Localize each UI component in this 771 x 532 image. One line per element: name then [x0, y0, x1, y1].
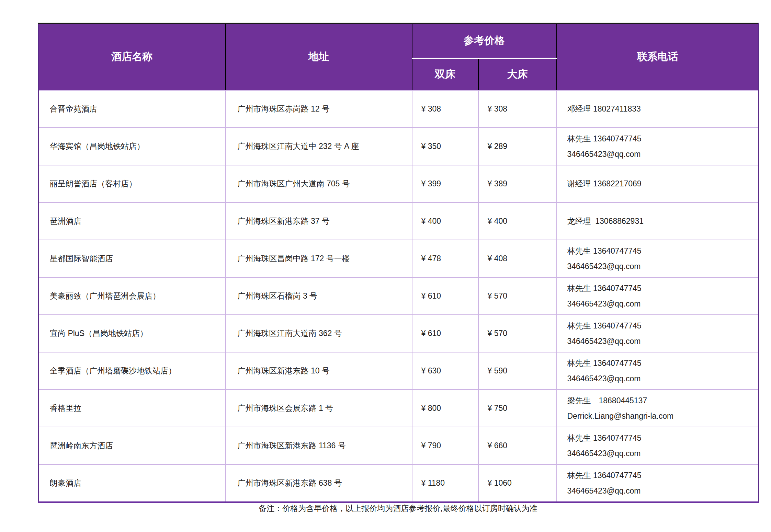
table-row: 合晋帝苑酒店 广州市海珠区赤岗路 12 号 ¥ 308 ¥ 308 邓经理 18… [38, 90, 759, 128]
contact-line: 林先生 13640747745 [567, 356, 755, 371]
twin-price-cell: ¥ 1180 [412, 464, 478, 502]
twin-price-cell: ¥ 350 [412, 128, 478, 165]
twin-price-cell: ¥ 630 [412, 352, 478, 390]
address-cell: 广州市海珠区新港东路 638 号 [226, 464, 412, 502]
contact-line: 谢经理 13682217069 [567, 176, 755, 192]
hotel-name-cell: 星都国际智能酒店 [38, 240, 226, 277]
contact-cell: 梁先生 18680445137 Derrick.Liang@shangri-la… [557, 390, 759, 427]
footer-note: 备注：价格为含早价格，以上报价均为酒店参考报价,最终价格以订房时确认为准 [38, 503, 758, 514]
hotel-name-cell: 华海宾馆（昌岗地铁站店） [38, 128, 226, 165]
contact-cell: 林先生 13640747745 346465423@qq.com [557, 427, 759, 464]
address-cell: 广州海珠区江南大道南 362 号 [226, 315, 412, 352]
contact-cell: 林先生 13640747745 346465423@qq.com [557, 128, 759, 165]
king-price-cell: ¥ 400 [478, 203, 557, 240]
contact-cell: 邓经理 18027411833 [557, 90, 759, 128]
table-body: 合晋帝苑酒店 广州市海珠区赤岗路 12 号 ¥ 308 ¥ 308 邓经理 18… [38, 90, 759, 502]
hotel-name-cell: 琶洲酒店 [38, 203, 226, 240]
contact-line: 林先生 13640747745 [567, 318, 755, 334]
twin-price-cell: ¥ 400 [412, 203, 478, 240]
address-cell: 广州市海珠区广州大道南 705 号 [226, 165, 412, 203]
hotel-name-cell: 合晋帝苑酒店 [38, 90, 226, 128]
contact-cell: 林先生 13640747745 346465423@qq.com [557, 352, 759, 390]
contact-line: 林先生 13640747745 [567, 468, 755, 483]
king-price-cell: ¥ 408 [478, 240, 557, 277]
table-row: 琶洲酒店 广州海珠区新港东路 37 号 ¥ 400 ¥ 400 龙经理 1306… [38, 203, 759, 240]
hotel-name-cell: 美豪丽致（广州塔琶洲会展店） [38, 277, 226, 315]
hotel-name-cell: 朗豪酒店 [38, 464, 226, 502]
column-header-hotel: 酒店名称 [38, 23, 226, 91]
contact-line: 龙经理 13068862931 [567, 213, 755, 229]
hotel-name-cell: 琶洲岭南东方酒店 [38, 427, 226, 464]
twin-price-cell: ¥ 308 [412, 90, 478, 128]
address-cell: 广州海珠区江南大道中 232 号 A 座 [226, 128, 412, 165]
contact-cell: 林先生 13640747745 346465423@qq.com [557, 240, 759, 277]
hotel-price-table: 酒店名称 地址 参考价格 联系电话 双床 大床 合晋帝苑酒店 广州市海珠区赤岗路… [38, 23, 759, 503]
contact-line: 346465423@qq.com [567, 446, 755, 461]
hotel-name-cell: 宜尚 PluS（昌岗地铁站店） [38, 315, 226, 352]
twin-price-cell: ¥ 610 [412, 277, 478, 315]
king-price-cell: ¥ 660 [478, 427, 557, 464]
table-row: 华海宾馆（昌岗地铁站店） 广州海珠区江南大道中 232 号 A 座 ¥ 350 … [38, 128, 759, 165]
contact-cell: 谢经理 13682217069 [557, 165, 759, 203]
king-price-cell: ¥ 1060 [478, 464, 557, 502]
column-header-phone: 联系电话 [557, 23, 759, 91]
column-header-address: 地址 [226, 23, 412, 91]
twin-price-cell: ¥ 610 [412, 315, 478, 352]
contact-cell: 林先生 13640747745 346465423@qq.com [557, 277, 759, 315]
twin-price-cell: ¥ 800 [412, 390, 478, 427]
hotel-name-cell: 香格里拉 [38, 390, 226, 427]
king-price-cell: ¥ 570 [478, 315, 557, 352]
king-price-cell: ¥ 570 [478, 277, 557, 315]
king-price-cell: ¥ 750 [478, 390, 557, 427]
contact-line: 346465423@qq.com [567, 334, 755, 349]
contact-line: 346465423@qq.com [567, 483, 755, 499]
contact-line: 346465423@qq.com [567, 147, 755, 162]
table-row: 美豪丽致（广州塔琶洲会展店） 广州海珠区石榴岗 3 号 ¥ 610 ¥ 570 … [38, 277, 759, 315]
king-price-cell: ¥ 289 [478, 128, 557, 165]
table-header: 酒店名称 地址 参考价格 联系电话 双床 大床 [38, 23, 759, 91]
address-cell: 广州海珠区昌岗中路 172 号一楼 [226, 240, 412, 277]
table-row: 宜尚 PluS（昌岗地铁站店） 广州海珠区江南大道南 362 号 ¥ 610 ¥… [38, 315, 759, 352]
contact-line: 林先生 13640747745 [567, 430, 755, 446]
contact-line: 梁先生 18680445137 [567, 393, 755, 408]
table-row: 香格里拉 广州市海珠区会展东路 1 号 ¥ 800 ¥ 750 梁先生 1868… [38, 390, 759, 427]
contact-line: 邓经理 18027411833 [567, 101, 755, 117]
table-row: 星都国际智能酒店 广州海珠区昌岗中路 172 号一楼 ¥ 478 ¥ 408 林… [38, 240, 759, 277]
hotel-name-cell: 丽呈朗誉酒店（客村店） [38, 165, 226, 203]
table-row: 琶洲岭南东方酒店 广州市海珠区新港东路 1136 号 ¥ 790 ¥ 660 林… [38, 427, 759, 464]
page: 酒店名称 地址 参考价格 联系电话 双床 大床 合晋帝苑酒店 广州市海珠区赤岗路… [0, 0, 771, 532]
address-cell: 广州市海珠区新港东路 1136 号 [226, 427, 412, 464]
contact-line: 346465423@qq.com [567, 296, 755, 312]
contact-line: 林先生 13640747745 [567, 243, 755, 259]
address-cell: 广州市海珠区会展东路 1 号 [226, 390, 412, 427]
address-cell: 广州海珠区石榴岗 3 号 [226, 277, 412, 315]
hotel-name-cell: 全季酒店（广州塔磨碟沙地铁站店） [38, 352, 226, 390]
column-header-price-group: 参考价格 [412, 23, 557, 58]
contact-line: 346465423@qq.com [567, 259, 755, 274]
contact-cell: 龙经理 13068862931 [557, 203, 759, 240]
twin-price-cell: ¥ 790 [412, 427, 478, 464]
king-price-cell: ¥ 389 [478, 165, 557, 203]
contact-line: Derrick.Liang@shangri-la.com [567, 408, 755, 424]
column-header-king-bed: 大床 [478, 58, 557, 91]
twin-price-cell: ¥ 399 [412, 165, 478, 203]
contact-cell: 林先生 13640747745 346465423@qq.com [557, 464, 759, 502]
table-row: 全季酒店（广州塔磨碟沙地铁站店） 广州海珠区新港东路 10 号 ¥ 630 ¥ … [38, 352, 759, 390]
address-cell: 广州海珠区新港东路 37 号 [226, 203, 412, 240]
king-price-cell: ¥ 308 [478, 90, 557, 128]
twin-price-cell: ¥ 478 [412, 240, 478, 277]
contact-line: 林先生 13640747745 [567, 131, 755, 147]
contact-cell: 林先生 13640747745 346465423@qq.com [557, 315, 759, 352]
table-row: 朗豪酒店 广州市海珠区新港东路 638 号 ¥ 1180 ¥ 1060 林先生 … [38, 464, 759, 502]
contact-line: 346465423@qq.com [567, 371, 755, 386]
column-header-twin-bed: 双床 [412, 58, 478, 91]
contact-line: 林先生 13640747745 [567, 281, 755, 296]
address-cell: 广州市海珠区赤岗路 12 号 [226, 90, 412, 128]
king-price-cell: ¥ 590 [478, 352, 557, 390]
address-cell: 广州海珠区新港东路 10 号 [226, 352, 412, 390]
table-row: 丽呈朗誉酒店（客村店） 广州市海珠区广州大道南 705 号 ¥ 399 ¥ 38… [38, 165, 759, 203]
